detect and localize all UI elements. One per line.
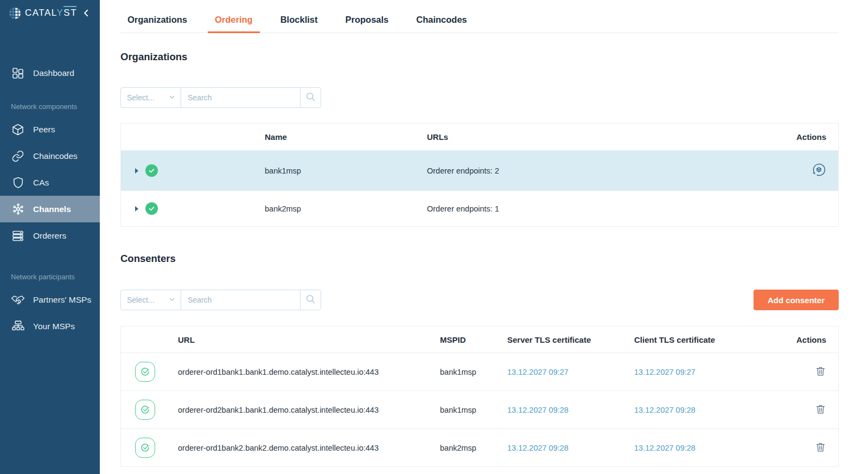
hierarchy-icon: [11, 319, 25, 334]
sidebar-item-label: Peers: [33, 125, 55, 134]
catalyst-logo-icon: [9, 7, 21, 20]
sidebar-item-dashboard[interactable]: Dashboard: [0, 60, 100, 86]
expand-row-icon[interactable]: [135, 206, 138, 212]
add-consenter-button[interactable]: Add consenter: [754, 290, 839, 310]
consenters-filter-select[interactable]: Select...: [120, 290, 181, 310]
logo-wordmark: CATALYST: [25, 8, 77, 18]
tab-proposals[interactable]: Proposals: [338, 9, 395, 33]
organizations-filter-select[interactable]: Select...: [120, 87, 181, 108]
dashboard-icon: [11, 66, 25, 80]
sidebar-item-channels[interactable]: Channels: [0, 196, 100, 222]
server-tls-certificate-link[interactable]: 13.12.2027 09:28: [507, 406, 569, 414]
sidebar-item-label: Channels: [33, 204, 71, 214]
column-header-mspid: MSPID: [440, 335, 507, 344]
organizations-search-input[interactable]: [181, 87, 301, 108]
chevron-down-icon: [169, 93, 175, 102]
consenter-mspid: bank1msp: [440, 406, 507, 414]
column-header-client-tls: Client TLS certificate: [634, 335, 773, 344]
sidebar-item-peers[interactable]: Peers: [0, 116, 100, 143]
consenters-search-button[interactable]: [300, 290, 321, 310]
logo: CATALYST: [0, 0, 100, 26]
status-valid-icon: [135, 438, 155, 458]
consenter-mspid: bank2msp: [440, 444, 507, 452]
server-tls-certificate-link[interactable]: 13.12.2027 09:27: [507, 368, 569, 376]
app-window: CATALYST Dashboard Network components: [0, 0, 868, 474]
organizations-table: Name URLs Actions bank1msp Orderer endpo…: [120, 123, 839, 227]
status-valid-icon: [135, 362, 155, 382]
handshake-icon: [11, 293, 25, 307]
update-orderer-icon[interactable]: [812, 163, 826, 177]
expand-row-icon[interactable]: [135, 168, 138, 174]
column-header-url: URL: [178, 335, 440, 344]
select-value: Select...: [127, 296, 155, 304]
client-tls-certificate-link[interactable]: 13.12.2027 09:27: [634, 368, 695, 376]
organizations-filter-row: Select...: [120, 87, 839, 108]
server-tls-certificate-link[interactable]: 13.12.2027 09:28: [507, 444, 569, 452]
chevron-down-icon: [169, 296, 175, 304]
consenter-mspid: bank1msp: [440, 368, 507, 376]
client-tls-certificate-link[interactable]: 13.12.2027 09:28: [634, 406, 695, 414]
trash-icon[interactable]: [815, 441, 826, 453]
tab-chaincodes[interactable]: Chaincodes: [409, 9, 474, 33]
sidebar-section-network-participants: Network participants: [0, 273, 100, 281]
sidebar-item-label: Chaincodes: [33, 151, 78, 161]
sidebar-item-partners-msps[interactable]: Partners' MSPs: [0, 286, 100, 313]
chain-link-icon: [11, 149, 25, 163]
table-row[interactable]: orderer-ord2bank1.bank1.demo.catalyst.in…: [121, 390, 838, 428]
main-content: Organizations Ordering Blocklist Proposa…: [100, 0, 868, 467]
sidebar-item-cas[interactable]: CAs: [0, 169, 100, 196]
org-name: bank2msp: [265, 204, 427, 213]
sidebar: CATALYST Dashboard Network components: [0, 0, 100, 474]
org-name: bank1msp: [265, 166, 427, 175]
sidebar-item-chaincodes[interactable]: Chaincodes: [0, 143, 100, 169]
organizations-search-button[interactable]: [300, 87, 321, 108]
sidebar-collapse-icon[interactable]: [80, 7, 92, 19]
select-value: Select...: [127, 93, 155, 102]
trash-icon[interactable]: [815, 403, 826, 415]
search-icon: [305, 91, 316, 104]
consenter-url: orderer-ord1bank2.bank2.demo.catalyst.in…: [178, 444, 440, 452]
table-row[interactable]: bank1msp Orderer endpoints: 2: [121, 150, 838, 190]
consenter-url: orderer-ord1bank1.bank1.demo.catalyst.in…: [178, 368, 440, 376]
sidebar-item-label: Dashboard: [33, 68, 74, 78]
column-header-name: Name: [265, 132, 427, 142]
org-urls: Orderer endpoints: 1: [427, 204, 773, 213]
column-header-actions: Actions: [773, 335, 838, 344]
sidebar-item-label: Partners' MSPs: [33, 295, 91, 305]
sidebar-item-label: Your MSPs: [33, 322, 75, 331]
status-valid-icon: [145, 164, 158, 177]
sidebar-item-orderers[interactable]: Orderers: [0, 222, 100, 249]
search-icon: [305, 293, 316, 306]
sidebar-nav: Dashboard Network components Peers: [0, 60, 100, 340]
consenter-url: orderer-ord2bank1.bank1.demo.catalyst.in…: [178, 406, 440, 414]
org-urls: Orderer endpoints: 2: [427, 166, 773, 175]
table-row[interactable]: orderer-ord1bank1.bank1.demo.catalyst.in…: [121, 353, 838, 390]
tab-blocklist[interactable]: Blocklist: [273, 9, 325, 33]
status-valid-icon: [135, 400, 155, 420]
organizations-section-title: Organizations: [120, 51, 839, 63]
column-header-urls: URLs: [427, 132, 773, 142]
consenters-filter-row: Select... Add consenter: [120, 290, 839, 310]
hub-network-icon: [11, 202, 25, 216]
sidebar-item-your-msps[interactable]: Your MSPs: [0, 313, 100, 340]
tab-bar: Organizations Ordering Blocklist Proposa…: [120, 0, 839, 33]
column-header-actions: Actions: [773, 132, 838, 142]
server-stack-icon: [11, 229, 25, 243]
sidebar-section-network-components: Network components: [0, 103, 100, 111]
tab-ordering[interactable]: Ordering: [208, 9, 260, 33]
table-row[interactable]: orderer-ord1bank2.bank2.demo.catalyst.in…: [121, 428, 838, 466]
consenters-section-title: Consenters: [120, 253, 839, 265]
status-valid-icon: [145, 202, 158, 215]
sidebar-item-label: CAs: [33, 178, 49, 188]
client-tls-certificate-link[interactable]: 13.12.2027 09:28: [634, 444, 695, 452]
column-header-server-tls: Server TLS certificate: [507, 335, 634, 344]
consenters-search-input[interactable]: [181, 290, 301, 310]
trash-icon[interactable]: [815, 366, 826, 377]
shield-icon: [11, 176, 25, 190]
tab-organizations[interactable]: Organizations: [120, 9, 194, 33]
sidebar-item-label: Orderers: [33, 231, 66, 241]
consenters-table-header: URL MSPID Server TLS certificate Client …: [121, 326, 838, 353]
cube-icon: [11, 123, 25, 137]
table-row[interactable]: bank2msp Orderer endpoints: 1: [121, 190, 838, 226]
consenters-table: URL MSPID Server TLS certificate Client …: [120, 326, 839, 467]
